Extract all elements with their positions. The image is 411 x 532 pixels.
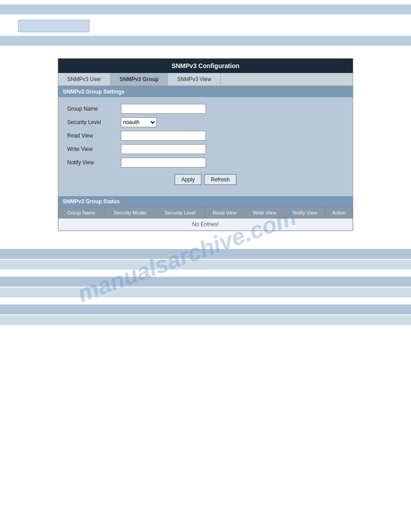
snmp-title: SNMPv3 Configuration xyxy=(58,59,353,73)
form-row-security-level: Security Level noauth auth priv xyxy=(67,117,344,127)
form-row-group-name: Group Name xyxy=(67,104,344,114)
label-notify-view: Notify View xyxy=(67,159,121,166)
bottom-section xyxy=(0,249,411,325)
apply-button[interactable]: Apply xyxy=(175,174,201,185)
input-write-view[interactable] xyxy=(121,144,206,154)
col-security-model: Security Model xyxy=(104,207,156,219)
form-row-write-view: Write View xyxy=(67,144,344,154)
input-notify-view[interactable] xyxy=(121,158,206,167)
input-read-view[interactable] xyxy=(121,131,206,141)
snmp-container: SNMPv3 Configuration SNMPv3 User SNMPv3 … xyxy=(58,58,353,231)
tab-snmpv3-user[interactable]: SNMPv3 User xyxy=(58,73,111,86)
form-row-read-view: Read View xyxy=(67,131,344,141)
bottom-band-group-2 xyxy=(0,277,411,297)
status-header: SNMPv3 Group Status xyxy=(58,196,353,207)
main-content: SNMPv3 Configuration SNMPv3 User SNMPv3 … xyxy=(0,54,411,240)
bottom-band-dark-3 xyxy=(0,305,411,314)
page-wrapper: manualsarchive.com SNMPv3 Configuration … xyxy=(0,0,411,532)
top-section xyxy=(0,0,411,46)
input-group-name[interactable] xyxy=(121,104,206,114)
col-security-level: Security Level xyxy=(155,207,205,219)
refresh-button[interactable]: Refresh xyxy=(204,174,236,185)
select-security-level[interactable]: noauth auth priv xyxy=(121,117,157,127)
form-row-notify-view: Notify View xyxy=(67,158,344,167)
label-group-name: Group Name xyxy=(67,106,121,112)
no-entries-row: No Entries! xyxy=(59,219,353,231)
settings-body: Group Name Security Level noauth auth pr… xyxy=(58,97,353,196)
bottom-band-light-2 xyxy=(0,287,411,297)
col-read-view: Read View xyxy=(205,207,244,219)
settings-header: SNMPv3 Group Settings xyxy=(58,86,353,97)
top-band-1 xyxy=(0,4,411,14)
no-entries-cell: No Entries! xyxy=(59,219,353,231)
table-header-row: Group Name Security Model Security Level… xyxy=(59,207,353,219)
small-box-row xyxy=(0,16,411,36)
nav-box xyxy=(18,20,90,32)
label-write-view: Write View xyxy=(67,146,121,152)
col-group-name: Group Name xyxy=(59,207,104,219)
bottom-band-group-3 xyxy=(0,305,411,325)
col-notify-view: Notify View xyxy=(284,207,325,219)
top-band-2 xyxy=(0,36,411,46)
tab-snmpv3-group[interactable]: SNMPv3 Group xyxy=(111,73,168,86)
col-write-view: Write View xyxy=(245,207,284,219)
status-table: Group Name Security Model Security Level… xyxy=(58,207,353,231)
bottom-band-dark-2 xyxy=(0,277,411,287)
label-read-view: Read View xyxy=(67,133,121,139)
tab-snmpv3-view[interactable]: SNMPv3 View xyxy=(168,73,220,86)
label-security-level: Security Level xyxy=(67,119,121,125)
col-action: Action xyxy=(325,207,353,219)
bottom-band-light-1 xyxy=(0,260,411,270)
button-row: Apply Refresh xyxy=(67,174,344,189)
bottom-band-group-1 xyxy=(0,249,411,270)
bottom-band-dark-1 xyxy=(0,249,411,259)
tab-row: SNMPv3 User SNMPv3 Group SNMPv3 View xyxy=(58,73,353,86)
bottom-band-light-3 xyxy=(0,315,411,325)
